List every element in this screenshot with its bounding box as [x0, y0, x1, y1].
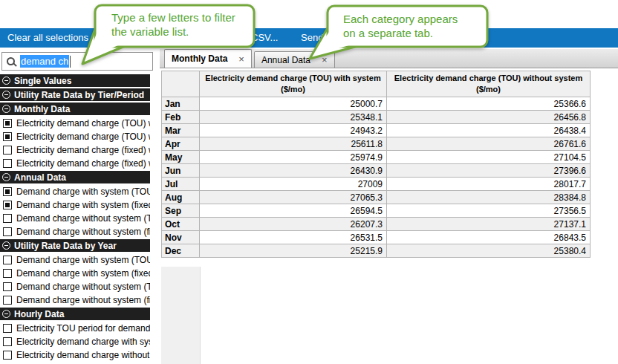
column-header: Electricity demand charge (TOU) without … — [387, 71, 591, 97]
table-cell: 24943.2 — [200, 124, 387, 137]
row-header: Sep — [162, 204, 200, 218]
section-header[interactable]: Hourly Data — [0, 308, 150, 320]
table-cell: 25366.6 — [387, 97, 591, 111]
variable-label: Electricity demand charge (TOU) without … — [16, 131, 150, 142]
table-row: Aug27065.328384.8 — [162, 191, 591, 204]
checkbox[interactable] — [3, 337, 12, 346]
checkbox[interactable] — [3, 351, 12, 360]
checkbox[interactable] — [3, 201, 12, 209]
results-panel: Monthly Data × Annual Data × Electricity… — [160, 49, 618, 364]
row-header: Dec — [162, 244, 200, 258]
column-title: Electricity demand charge (TOU) with sys… — [200, 73, 386, 84]
collapse-icon[interactable] — [2, 310, 10, 318]
section-header[interactable]: Single Values — [0, 74, 150, 87]
variable-item[interactable]: Demand charge without system (fixed) — [0, 293, 150, 307]
variable-item[interactable]: Electricity demand charge without system — [0, 348, 150, 362]
collapse-icon[interactable] — [2, 173, 10, 181]
variable-item[interactable]: Demand charge with system (TOU) — [0, 253, 150, 267]
checkbox[interactable] — [3, 227, 12, 236]
section-title: Hourly Data — [14, 309, 64, 319]
section-header[interactable]: Annual Data — [0, 171, 150, 183]
collapse-icon[interactable] — [2, 241, 10, 250]
table-cell: 26430.9 — [200, 164, 387, 178]
callout-filter-text: Type a few letters to filter the variabl… — [111, 10, 235, 39]
row-header: Jul — [162, 178, 200, 191]
table-cell: 27137.1 — [387, 218, 591, 231]
variable-label: Demand charge without system (fixed) — [16, 295, 150, 305]
table-cell: 27356.5 — [387, 204, 591, 218]
checkbox[interactable] — [3, 159, 12, 168]
variable-item[interactable]: Electricity demand charge (TOU) without … — [0, 130, 150, 143]
column-unit: ($/mo) — [387, 84, 590, 95]
checkbox[interactable] — [3, 119, 12, 128]
table-row: Jul2700928017.7 — [162, 178, 591, 191]
checkbox[interactable] — [3, 256, 12, 264]
column-title: Electricity demand charge (TOU) without … — [387, 73, 590, 84]
collapse-icon[interactable] — [2, 77, 10, 85]
table-cell: 27065.3 — [200, 191, 387, 204]
variable-item[interactable]: Electricity demand charge with system — [0, 335, 150, 348]
table-cell: 25380.4 — [387, 244, 591, 258]
collapse-icon[interactable] — [2, 105, 10, 113]
table-cell: 26531.5 — [200, 231, 387, 244]
variable-item[interactable]: Electricity TOU period for demand charge — [0, 322, 150, 335]
checkbox[interactable] — [3, 269, 12, 278]
table-cell: 25000.7 — [200, 97, 387, 111]
table-row: Mar24943.226438.4 — [162, 124, 591, 137]
variable-item[interactable]: Demand charge with system (fixed) — [0, 198, 150, 212]
variable-label: Demand charge with system (fixed) — [16, 268, 150, 279]
variable-label: Electricity demand charge with system — [16, 337, 150, 347]
row-header: Jun — [162, 164, 200, 178]
table-cell: 26843.5 — [387, 231, 591, 244]
table-cell: 28384.8 — [387, 191, 591, 204]
variable-item[interactable]: Electricity demand charge (fixed) withou… — [0, 157, 150, 170]
row-header: Oct — [162, 218, 200, 231]
table-body: Jan25000.725366.6Feb25348.126456.8Mar249… — [162, 97, 591, 258]
callout-tabs-text: Each category appears on a separate tab. — [343, 12, 458, 40]
variable-item[interactable]: Electricity demand charge (fixed) with s… — [0, 143, 150, 157]
collapse-icon[interactable] — [2, 91, 10, 99]
checkbox[interactable] — [3, 296, 12, 305]
results-viewer-window: Clear all selections CSV... Send demand … — [0, 0, 618, 364]
column-header: Electricity demand charge (TOU) with sys… — [200, 71, 387, 97]
table-row: Dec25215.925380.4 — [162, 244, 591, 258]
table-cell: 26761.6 — [387, 137, 591, 151]
row-header: Nov — [162, 231, 200, 244]
section-header[interactable]: Monthly Data — [0, 103, 150, 115]
search-icon — [7, 57, 15, 65]
row-header: Jan — [162, 97, 200, 111]
section-title: Utility Rate Data by Tier/Period — [14, 90, 144, 100]
variable-label: Demand charge with system (TOU) — [16, 255, 150, 265]
checkbox[interactable] — [3, 132, 12, 141]
row-header-gutter — [161, 267, 201, 364]
table-cell: 26456.8 — [387, 111, 591, 124]
table-cell: 25348.1 — [200, 111, 387, 124]
variable-item[interactable]: Electricity demand charge (TOU) with sys… — [0, 117, 150, 130]
section-title: Annual Data — [14, 172, 66, 183]
checkbox[interactable] — [3, 214, 12, 223]
section-header[interactable]: Utility Rate Data by Year — [0, 239, 150, 252]
table-cell: 25974.9 — [200, 151, 387, 164]
variable-item[interactable]: Demand charge without system (fixed) — [0, 225, 150, 238]
variable-list: Single ValuesUtility Rate Data by Tier/P… — [0, 74, 150, 364]
checkbox[interactable] — [3, 282, 12, 291]
section-header[interactable]: Utility Rate Data by Tier/Period — [0, 88, 150, 101]
variable-label: Demand charge with system (fixed) — [16, 200, 150, 210]
monthly-data-table: Electricity demand charge (TOU) with sys… — [161, 71, 591, 258]
variable-label: Electricity demand charge (TOU) with sys… — [16, 118, 150, 129]
section-title: Single Values — [14, 76, 71, 86]
variable-item[interactable]: Demand charge without system (TOU) — [0, 212, 150, 225]
table-row: Sep26594.527356.5 — [162, 204, 591, 218]
variable-item[interactable]: Demand charge with system (TOU) — [0, 185, 150, 198]
checkbox[interactable] — [3, 146, 12, 155]
table-cell: 25611.8 — [200, 137, 387, 151]
variable-label: Electricity TOU period for demand charge — [16, 323, 150, 334]
checkbox[interactable] — [3, 187, 12, 196]
row-header: Apr — [162, 137, 200, 151]
table-row: Jun26430.927396.6 — [162, 164, 591, 178]
variable-item[interactable]: Demand charge with system (fixed) — [0, 267, 150, 280]
checkbox[interactable] — [3, 324, 12, 333]
variable-label: Demand charge without system (TOU) — [16, 213, 150, 224]
variable-item[interactable]: Demand charge without system (TOU) — [0, 280, 150, 293]
row-header: Aug — [162, 191, 200, 204]
